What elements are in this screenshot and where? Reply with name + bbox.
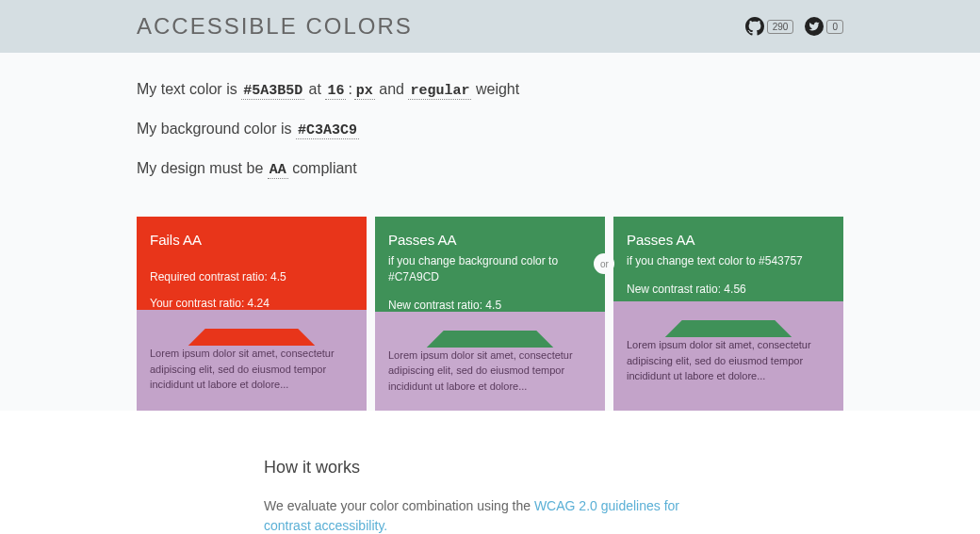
config-text-color-line: My text color is #5A3B5D at 16:px and re… [137,81,843,100]
pass-bg-card-subtitle: if you change background color to #C7A9C… [388,253,592,285]
bg-color-input[interactable]: #C3A3C9 [296,122,359,139]
fail-card: Fails AA Required contrast ratio: 4.5 Yo… [137,217,367,411]
pass-bg-card: Passes AA if you change background color… [375,217,605,411]
label-text: at [304,81,325,97]
font-size-input[interactable]: 16 [325,83,346,100]
pass-text-card-subtitle: if you change text color to #543757 [627,253,830,269]
required-ratio: Required contrast ratio: 4.5 [150,270,353,283]
site-title: ACCESSIBLE COLORS [137,13,413,40]
fail-card-body: Lorem ipsum dolor sit amet, consectetur … [137,310,367,411]
how-paragraph-1: We evaluate your color combination using… [264,496,716,534]
label-text: and [375,81,409,97]
twitter-count: 0 [826,20,843,34]
github-icon [745,17,764,36]
chevron-icon [388,331,592,348]
chevron-icon [627,320,830,337]
how-title: How it works [264,458,716,477]
preview-text: Lorem ipsum dolor sit amet, consectetur … [388,348,592,395]
pass-text-card-body: Lorem ipsum dolor sit amet, consectetur … [613,301,843,411]
content-area: My text color is #5A3B5D at 16:px and re… [0,53,980,411]
label-text: weight [471,81,519,97]
label-text: My text color is [137,81,241,97]
label-text: My design must be [137,160,268,176]
preview-text: Lorem ipsum dolor sit amet, consectetur … [627,337,830,384]
github-count: 290 [767,20,794,34]
github-button[interactable]: 290 [745,17,794,36]
pass-text-card: Passes AA if you change text color to #5… [613,217,843,411]
label-text: compliant [288,160,357,176]
header-bar: ACCESSIBLE COLORS 290 0 [0,0,980,53]
your-ratio: Your contrast ratio: 4.24 [150,297,353,310]
pass-text-ratio: New contrast ratio: 4.56 [627,283,830,296]
or-badge: or [594,253,614,274]
chevron-icon [150,329,353,346]
separator: : [348,81,351,97]
font-weight-input[interactable]: regular [408,83,471,100]
twitter-button[interactable]: 0 [805,17,843,36]
result-cards: Fails AA Required contrast ratio: 4.5 Yo… [137,217,843,411]
compliance-level-input[interactable]: AA [268,162,288,179]
preview-text: Lorem ipsum dolor sit amet, consectetur … [150,346,353,393]
twitter-icon [805,17,824,36]
pass-bg-ratio: New contrast ratio: 4.5 [388,299,592,312]
header-inner: ACCESSIBLE COLORS 290 0 [137,13,843,40]
label-text: My background color is [137,121,296,137]
text-color-input[interactable]: #5A3B5D [241,83,304,100]
pass-text-card-title: Passes AA [627,232,830,248]
pass-bg-card-body: Lorem ipsum dolor sit amet, consectetur … [375,312,605,412]
fail-card-title: Fails AA [150,232,353,248]
font-unit-input[interactable]: px [354,83,375,100]
social-buttons: 290 0 [745,17,843,36]
how-it-works-section: How it works We evaluate your color comb… [0,411,980,534]
config-level-line: My design must be AA compliant [137,160,843,179]
config-bg-color-line: My background color is #C3A3C9 [137,121,843,139]
how-p1-text: We evaluate your color combination using… [264,498,534,513]
pass-bg-card-title: Passes AA [388,232,592,248]
